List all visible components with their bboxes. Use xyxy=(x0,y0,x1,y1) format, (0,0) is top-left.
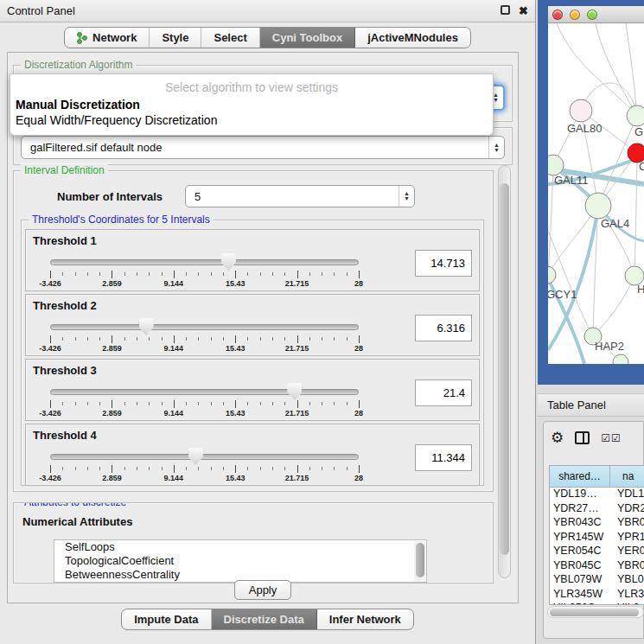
table-cell[interactable]: YIL052C xyxy=(550,602,610,605)
slider-thumb[interactable] xyxy=(139,318,154,335)
scrollbar-thumb[interactable] xyxy=(550,609,639,616)
slider-track[interactable] xyxy=(50,454,359,460)
close-window-icon[interactable] xyxy=(552,10,563,20)
column-header[interactable]: na xyxy=(610,466,644,488)
table-row[interactable]: YBR045CYBR0 xyxy=(550,559,644,574)
table-cell[interactable]: YBR045C xyxy=(550,559,610,574)
scrollbar-thumb[interactable] xyxy=(416,543,424,577)
slider-thumb[interactable] xyxy=(221,253,236,271)
table-cell[interactable]: YPR145W xyxy=(550,531,610,545)
tab-impute-data[interactable]: Impute Data xyxy=(122,609,211,629)
control-panel-titlebar: Control Panel ✖ xyxy=(0,0,535,22)
gear-icon[interactable]: ⚙ xyxy=(551,429,564,447)
tab-label: Discretize Data xyxy=(224,613,304,626)
table-cell[interactable]: YDL1 xyxy=(610,488,644,502)
network-edge[interactable] xyxy=(596,23,637,116)
group-title: Discretization Algorithm xyxy=(21,59,136,71)
select-columns-checkboxes-icon[interactable]: ☑☑ xyxy=(601,432,622,444)
apply-button[interactable]: Apply xyxy=(234,580,291,600)
table-row[interactable]: YDR27…YDR2 xyxy=(550,502,644,517)
table-cell[interactable]: YBR0 xyxy=(610,516,644,531)
split-columns-icon[interactable] xyxy=(575,431,590,444)
table-cell[interactable]: YLR345W xyxy=(550,588,610,603)
tab-label: Network xyxy=(92,31,137,44)
close-panel-icon[interactable]: ✖ xyxy=(519,4,528,17)
zoom-window-icon[interactable] xyxy=(587,10,597,20)
table-cell[interactable]: YBL0 xyxy=(610,573,644,588)
table-row[interactable]: YBL079WYBL0 xyxy=(550,573,644,588)
numerical-attributes-list[interactable]: SelfLoopsTopologicalCoefficientBetweenne… xyxy=(54,539,427,583)
table-row[interactable]: YBR043CYBR0 xyxy=(550,516,644,531)
table-cell[interactable]: YBR043C xyxy=(550,516,610,531)
table-cell[interactable]: YDL19… xyxy=(550,488,610,502)
table-row[interactable]: YIL052CYIL0 xyxy=(550,602,644,605)
threshold-panel: Threshold 3-3.4262.8599.14415.4321.71528… xyxy=(25,359,480,421)
network-edge[interactable] xyxy=(557,23,637,116)
algorithm-option[interactable]: Manual Discretization xyxy=(10,97,493,112)
minimize-window-icon[interactable] xyxy=(570,10,580,20)
threshold-slider[interactable]: -3.4262.8599.14415.4321.71528 xyxy=(50,256,359,285)
tab-style[interactable]: Style xyxy=(150,28,201,48)
slider-track[interactable] xyxy=(50,259,359,265)
network-edge[interactable] xyxy=(593,276,634,336)
node-label: C xyxy=(639,160,644,173)
network-canvas[interactable]: GAL80GCGAL11GAL4GCY1HHAP2 xyxy=(548,23,644,364)
attribute-list-item[interactable]: SelfLoops xyxy=(54,540,426,554)
network-node[interactable] xyxy=(570,99,592,122)
slider-ticks xyxy=(50,400,359,408)
slider-thumb[interactable] xyxy=(188,448,203,465)
tab-cyni-toolbox[interactable]: Cyni Toolbox xyxy=(260,28,355,48)
table-cell[interactable]: YIL0 xyxy=(610,602,644,605)
table-row[interactable]: YER054CYER0 xyxy=(550,545,644,559)
slider-track[interactable] xyxy=(50,389,359,395)
slider-track[interactable] xyxy=(50,324,359,330)
number-of-intervals-select[interactable]: 5 ▲▼ xyxy=(185,185,415,207)
network-edge[interactable] xyxy=(548,165,553,275)
threshold-value-field[interactable]: 6.316 xyxy=(415,315,472,341)
node-label: GAL4 xyxy=(601,217,629,230)
algorithm-option[interactable]: Equal Width/Frequency Discretization xyxy=(10,112,493,128)
tab-infer-network[interactable]: Infer Network xyxy=(317,609,413,629)
network-edge[interactable] xyxy=(548,231,593,336)
column-header[interactable]: shared… xyxy=(550,466,610,488)
table-cell[interactable]: YBR0 xyxy=(610,559,644,574)
slider-thumb[interactable] xyxy=(287,383,302,400)
threshold-value-field[interactable]: 11.344 xyxy=(415,444,472,471)
table-cell[interactable]: YLR3 xyxy=(610,588,644,603)
threshold-value-field[interactable]: 21.4 xyxy=(415,379,472,406)
table-cell[interactable]: YBL079W xyxy=(550,573,610,588)
network-node[interactable] xyxy=(627,105,644,126)
table-cell[interactable]: YDR2 xyxy=(610,502,644,517)
tab-select[interactable]: Select xyxy=(201,28,259,48)
tab-discretize-data[interactable]: Discretize Data xyxy=(212,609,317,629)
threshold-slider[interactable]: -3.4262.8599.14415.4321.71528 xyxy=(50,450,359,480)
tab-jactivemnodules[interactable]: jActiveMNodules xyxy=(355,28,470,48)
attribute-list-item[interactable]: TopologicalCoefficient xyxy=(54,554,426,568)
node-attribute-table[interactable]: shared… na YDL19…YDL1YDR27…YDR2YBR043CYB… xyxy=(549,465,644,605)
network-edge[interactable] xyxy=(634,153,637,276)
content-scrollbar[interactable] xyxy=(498,165,511,578)
table-row[interactable]: YDL19…YDL1 xyxy=(550,488,644,502)
network-node[interactable] xyxy=(585,193,611,219)
network-node[interactable] xyxy=(548,266,556,284)
tab-network[interactable]: Network xyxy=(65,28,150,48)
scrollbar-thumb[interactable] xyxy=(500,183,509,555)
threshold-slider[interactable]: -3.4262.8599.14415.4321.71528 xyxy=(50,386,359,415)
threshold-slider[interactable]: -3.4262.8599.14415.4321.71528 xyxy=(50,321,359,350)
threshold-label: Threshold 1 xyxy=(33,234,97,247)
table-cell[interactable]: YDR27… xyxy=(550,502,610,517)
table-row[interactable]: YPR145WYPR1 xyxy=(550,531,644,545)
table-cell[interactable]: YER0 xyxy=(610,545,644,559)
table-row[interactable]: YLR345WYLR3 xyxy=(550,588,644,603)
table-cell[interactable]: YER054C xyxy=(550,545,610,559)
node-label: GAL80 xyxy=(567,122,602,135)
table-horizontal-scrollbar[interactable] xyxy=(547,606,644,618)
network-edge[interactable] xyxy=(626,23,637,116)
table-cell[interactable]: YPR1 xyxy=(610,531,644,545)
network-icon xyxy=(77,32,88,44)
table-data-select[interactable]: galFiltered.sif default node ▲▼ xyxy=(21,136,505,159)
threshold-value-field[interactable]: 14.713 xyxy=(415,250,472,277)
attributes-scrollbar[interactable] xyxy=(414,541,425,583)
group-title: Attributes to discretize xyxy=(21,502,130,508)
float-panel-icon[interactable] xyxy=(501,4,510,17)
